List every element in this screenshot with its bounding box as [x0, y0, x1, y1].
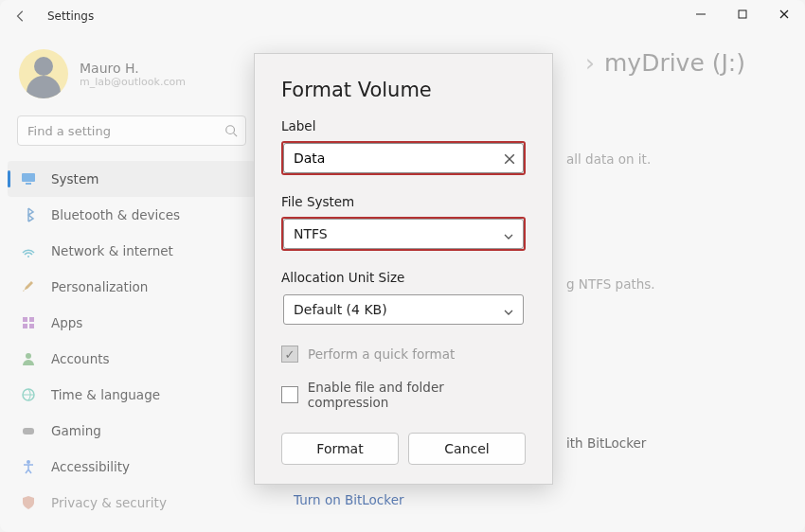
sidebar-item-accessibility[interactable]: Accessibility [0, 449, 263, 485]
sidebar-item-bluetooth[interactable]: Bluetooth & devices [0, 197, 263, 233]
search-icon [224, 123, 238, 141]
dialog-title: Format Volume [281, 79, 526, 101]
sidebar-item-time[interactable]: Time & language [0, 377, 263, 413]
sidebar: Mauro H. m_lab@outlook.com System Blueto… [0, 32, 263, 532]
quick-format-row[interactable]: Perform a quick format [281, 346, 526, 363]
nav-label: System [51, 171, 98, 186]
aus-select[interactable]: Default (4 KB) [283, 294, 524, 325]
nav-label: Accessibility [51, 459, 130, 474]
person-icon [21, 351, 36, 366]
nav-label: Gaming [51, 423, 101, 438]
dialog-buttons: Format Cancel [281, 433, 526, 465]
titlebar: Settings [0, 0, 805, 32]
accessibility-icon [21, 459, 36, 474]
svg-rect-11 [23, 324, 27, 328]
apps-icon [21, 315, 36, 330]
label-input-highlight [281, 141, 526, 175]
profile-name: Mauro H. [80, 61, 186, 76]
svg-rect-1 [739, 10, 746, 18]
system-icon [21, 171, 36, 186]
filesystem-select-highlight: NTFS [281, 217, 526, 251]
compression-checkbox[interactable] [281, 386, 298, 403]
svg-rect-9 [23, 317, 27, 322]
nav-label: Bluetooth & devices [51, 207, 180, 222]
svg-point-13 [26, 353, 31, 359]
svg-rect-7 [26, 183, 31, 185]
format-volume-dialog: Format Volume Label File System NTFS All… [254, 53, 553, 485]
globe-icon [21, 387, 36, 402]
sidebar-item-apps[interactable]: Apps [0, 305, 263, 341]
aus-value: Default (4 KB) [294, 302, 387, 317]
nav-label: Time & language [51, 387, 160, 402]
sidebar-item-gaming[interactable]: Gaming [0, 413, 263, 449]
sidebar-item-privacy[interactable]: Privacy & security [0, 485, 263, 521]
filesystem-field-label: File System [281, 194, 526, 209]
back-button[interactable] [8, 3, 34, 29]
quick-format-label: Perform a quick format [308, 346, 455, 362]
label-input[interactable] [283, 143, 524, 173]
bg-ntfs: g NTFS paths. [566, 276, 655, 292]
filesystem-value: NTFS [294, 226, 328, 241]
breadcrumb-drive: myDrive (J:) [604, 49, 745, 77]
profile-block[interactable]: Mauro H. m_lab@outlook.com [0, 42, 263, 112]
svg-rect-12 [29, 324, 34, 328]
cancel-button[interactable]: Cancel [408, 433, 526, 465]
svg-rect-6 [22, 173, 35, 182]
nav-label: Apps [51, 315, 82, 330]
bg-erase: all data on it. [566, 151, 655, 167]
svg-point-16 [27, 460, 30, 464]
gaming-icon [21, 423, 36, 438]
window-controls [680, 0, 805, 28]
maximize-button[interactable] [722, 0, 763, 28]
compression-row[interactable]: Enable file and folder compression [281, 380, 526, 410]
search-input[interactable] [17, 115, 246, 146]
chevron-right-icon: › [585, 49, 595, 77]
sidebar-item-network[interactable]: Network & internet [0, 233, 263, 269]
svg-point-4 [226, 126, 235, 134]
shield-icon [21, 495, 36, 510]
search-box[interactable] [17, 115, 246, 146]
svg-point-8 [27, 256, 29, 257]
bg-with-bitlocker: ith BitLocker [566, 435, 646, 451]
brush-icon [21, 279, 36, 294]
svg-rect-10 [29, 317, 34, 322]
nav-label: Privacy & security [51, 495, 167, 510]
window-title: Settings [47, 9, 94, 23]
filesystem-select[interactable]: NTFS [283, 219, 524, 249]
close-button[interactable] [763, 0, 805, 28]
nav-label: Network & internet [51, 243, 173, 258]
profile-email: m_lab@outlook.com [80, 76, 186, 88]
bg-text: all data on it. g NTFS paths. [566, 151, 655, 309]
svg-rect-15 [23, 428, 34, 434]
aus-select-wrap: Default (4 KB) [281, 293, 526, 327]
sidebar-item-personalization[interactable]: Personalization [0, 269, 263, 305]
chevron-down-icon [503, 228, 514, 246]
format-button[interactable]: Format [281, 433, 399, 465]
bg-turn-on-bitlocker[interactable]: Turn on BitLocker [294, 492, 646, 507]
label-field-label: Label [281, 118, 526, 133]
minimize-button[interactable] [680, 0, 722, 28]
nav-list: System Bluetooth & devices Network & int… [0, 161, 263, 521]
sidebar-item-system[interactable]: System [8, 161, 256, 197]
clear-icon[interactable] [504, 151, 515, 168]
chevron-down-icon [503, 304, 514, 322]
nav-label: Accounts [51, 351, 110, 366]
nav-label: Personalization [51, 279, 148, 294]
svg-line-5 [234, 133, 238, 137]
avatar [19, 49, 68, 98]
network-icon [21, 243, 36, 258]
compression-label: Enable file and folder compression [308, 380, 526, 410]
sidebar-item-accounts[interactable]: Accounts [0, 341, 263, 377]
settings-window: Settings Mauro H. m_lab@outlook.com [0, 0, 805, 532]
aus-field-label: Allocation Unit Size [281, 270, 526, 285]
bluetooth-icon [21, 207, 36, 222]
quick-format-checkbox[interactable] [281, 346, 298, 363]
